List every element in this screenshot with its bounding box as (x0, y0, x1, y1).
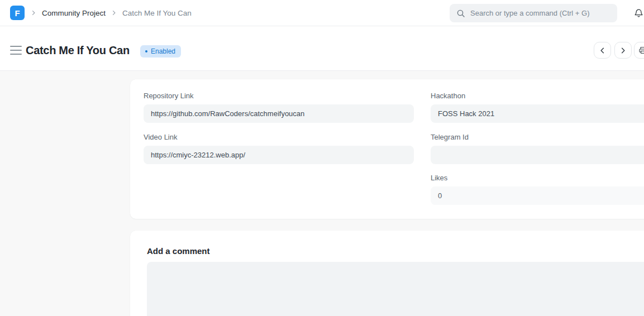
status-dot-icon (145, 50, 147, 52)
previous-document-button[interactable] (594, 42, 611, 59)
chevron-right-icon (619, 46, 627, 55)
video-link-input[interactable] (144, 146, 414, 164)
next-document-button[interactable] (614, 42, 632, 59)
chevron-left-icon (598, 46, 607, 55)
breadcrumb-item-current[interactable]: Catch Me If You Can (122, 9, 192, 17)
global-search-bar[interactable] (450, 4, 617, 22)
field-label-telegram-id: Telegram Id (431, 133, 644, 141)
field-label-video-link: Video Link (144, 133, 414, 141)
frappe-logo[interactable]: F (10, 6, 25, 20)
search-icon (456, 9, 465, 18)
add-comment-heading: Add a comment (147, 246, 210, 256)
document-form-card: Repository Link Hackathon Video Link Tel… (130, 79, 644, 219)
telegram-id-input[interactable] (431, 146, 644, 164)
printer-icon (638, 46, 644, 55)
hamburger-icon (10, 46, 22, 55)
chevron-right-icon (30, 9, 37, 16)
notifications-button[interactable] (631, 6, 644, 20)
page-title: Catch Me If You Can (26, 43, 130, 58)
hackathon-input[interactable] (431, 104, 644, 123)
field-label-likes: Likes (431, 174, 644, 182)
frappe-logo-letter: F (15, 8, 20, 18)
field-likes: Likes (431, 174, 644, 205)
field-video-link: Video Link (144, 133, 414, 164)
field-label-hackathon: Hackathon (431, 92, 644, 100)
breadcrumb: Community Project Catch Me If You Can (30, 0, 192, 26)
search-input[interactable] (470, 9, 610, 17)
field-repository-link: Repository Link (144, 92, 414, 123)
field-label-repository-link: Repository Link (144, 92, 414, 100)
breadcrumb-item-community-project[interactable]: Community Project (42, 9, 106, 17)
comment-textarea[interactable] (147, 262, 644, 316)
field-telegram-id: Telegram Id (431, 133, 644, 164)
comments-card: Add a comment (130, 231, 644, 316)
page-header: Catch Me If You Can Enabled (0, 26, 644, 71)
chevron-right-icon (111, 9, 117, 16)
repository-link-input[interactable] (144, 104, 414, 123)
bell-icon (633, 8, 644, 18)
likes-input[interactable] (431, 186, 644, 205)
status-badge-label: Enabled (151, 47, 175, 55)
sidebar-toggle-button[interactable] (9, 45, 22, 56)
top-navbar: F Community Project Catch Me If You Can (0, 0, 644, 26)
status-badge: Enabled (140, 45, 181, 58)
app-window: F Community Project Catch Me If You Can (0, 0, 644, 316)
print-button[interactable] (634, 42, 644, 59)
field-hackathon: Hackathon (431, 92, 644, 123)
